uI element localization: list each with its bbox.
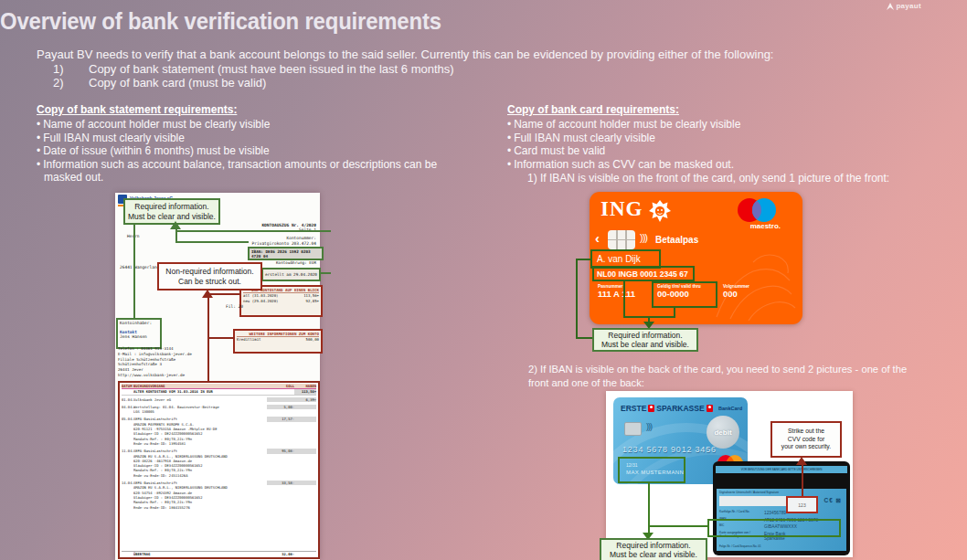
requirement-item: Name of account holder must be clearly v…	[507, 118, 946, 132]
callout-line: your own security.	[772, 443, 840, 451]
page-title: Overview of bank verification requiremen…	[0, 7, 441, 36]
statement-transaction-table: DATUM BUCHUNGSVORGANG SOLL HABEN ALTER K…	[118, 381, 320, 559]
card-requirements-heading: Copy of bank card requirements:	[507, 103, 946, 116]
erste-brand: ERSTE SPARKASSE	[621, 404, 713, 413]
contact-name: Jens Hansen	[120, 334, 158, 340]
arrow-up-icon	[796, 457, 807, 465]
statement-requirements-column: Copy of bank statement requirements: Nam…	[37, 103, 455, 185]
closing-text: ÜBERTRAG	[133, 552, 267, 556]
balance-value: 92,85+	[306, 299, 319, 303]
requirement-item: Name of account holder must be clearly v…	[37, 118, 455, 132]
opening-value: 113,56+	[294, 389, 316, 394]
table-row: Ende-zu-Ende-ID: 13954581	[122, 441, 316, 446]
ing-brand: ING	[600, 197, 643, 221]
sparkasse-logo-icon	[648, 405, 654, 412]
currency-line: Kontowährung: EUR	[276, 260, 316, 265]
field-value: 111 A 111	[598, 289, 635, 299]
back-iban-note-line2: front and one of the back:	[528, 376, 907, 390]
list-item-number: 1)	[53, 62, 89, 76]
holder-label: Kontoinhaber:	[120, 321, 158, 326]
row-value: 123456789	[764, 511, 786, 515]
contact-line: E-Mail : info@volksbank-jever.de	[118, 352, 192, 357]
ce-mark: C€ ⊠	[824, 497, 842, 504]
card-requirements-list: Name of account holder must be clearly v…	[507, 118, 946, 171]
account-info-box: WEITERE INFORMATIONEN ZUM KONTO Kreditli…	[233, 329, 323, 354]
requirement-item: Information such as CVV can be masked ou…	[507, 158, 946, 172]
sparkasse-logo-icon	[707, 405, 713, 412]
closing-value: 32,08-	[267, 552, 294, 556]
list-item-number: 2)	[53, 76, 89, 90]
balance-label: neu (29.04.2020)	[243, 299, 279, 303]
ing-lion-icon	[648, 199, 672, 223]
callout-line: Required information.	[594, 331, 696, 341]
callout-line: Can be struck out.	[159, 277, 260, 287]
iban-highlight-box: IBAN: DE86 2826 1592 0203 4720 04	[248, 247, 324, 260]
evidence-list: 1) Copy of bank statement (must have bee…	[53, 62, 454, 90]
row-label: Kartfolge-Nr. / Card-No.	[719, 511, 764, 515]
front-iban-note: 1) If IBAN is visible on the front of th…	[527, 172, 946, 185]
ing-card-front: ING maestro. ‹ ))) Betaalpas A. van Dijk…	[590, 192, 802, 324]
card-requirements-column: Copy of bank card requirements: Name of …	[507, 103, 946, 185]
col-buchung: BUCHUNGSVORGANG	[133, 384, 267, 388]
strike-cvv-callout: Strike out the CVV code for your own sec…	[770, 421, 842, 458]
callout-line: Must be clear and visible.	[601, 550, 706, 560]
statement-requirements-list: Name of account holder must be clearly v…	[37, 118, 455, 185]
contactless-icon: )))	[640, 232, 647, 243]
requirement-item: Full IBAN must clearly visible	[507, 132, 946, 145]
requirement-item: Information such as account balance, tra…	[37, 158, 455, 185]
signature-label: Digitalisierte Unterschrift / Autorised …	[719, 491, 779, 494]
table-row: Ende-zu-Ende-ID: 24511426A	[122, 473, 316, 478]
pasnummer-field: Pasnummer 111 A 111	[598, 284, 635, 299]
col-haben: HABEN	[294, 384, 316, 388]
card-footer-line: Folge-Nr. / Card-Sequence-No. 01	[719, 544, 761, 548]
callout-line: Non-required information.	[159, 267, 260, 277]
list-item: 2) Copy of bank card (must be valid)	[53, 76, 454, 90]
statement-requirements-heading: Copy of bank statement requirements:	[37, 103, 455, 116]
holder-highlight-box-front	[618, 457, 685, 483]
callout-line: Required information.	[125, 202, 218, 212]
intro-text: Payaut BV needs to verify that a bank ac…	[37, 48, 773, 61]
debit-logo: debit	[707, 416, 739, 449]
table-row: Ende-zu-Ende-ID: 1864155276	[122, 505, 316, 510]
requirement-item: Card must be valid	[507, 144, 946, 158]
statement-header-block: KONTOAUSZUG Nr. 4/2020 Seite 1 Kontonumm…	[252, 223, 316, 246]
chip-icon	[624, 422, 642, 436]
card-no-row: Kartfolge-Nr. / Card-No. 123456789	[719, 511, 845, 515]
maestro-logo-icon	[735, 197, 779, 223]
contactless-icon: )))	[646, 422, 652, 431]
col-datum: DATUM	[122, 384, 133, 388]
required-info-callout-ing: Required information. Must be clear and …	[592, 328, 698, 352]
product-name: Betaalpas	[655, 235, 698, 245]
bank-contact-block: Telefon : 04461 915-3144 E-Mail : info@v…	[118, 346, 192, 378]
iban-highlight-box-back	[707, 519, 841, 537]
account-value: Privatgirokonto 203.472.04	[252, 241, 316, 246]
requirement-item: Full IBAN must clearly visible	[37, 132, 455, 145]
back-iban-note-line1: 2) If IBAN is visible on the back of the…	[528, 363, 907, 376]
payaut-logo-text: payaut	[896, 2, 921, 10]
opening-balance-row: ALTER KONTOSTAND VOM 31.03.2016 IN EUR 1…	[122, 389, 316, 395]
callout-line: CVV code for	[772, 436, 840, 444]
account-holder-highlight-box: Kontoinhaber: Kontakt Jens Hansen	[116, 318, 162, 349]
callout-line: Must be clear and visible.	[125, 212, 218, 222]
callout-line: Must be clear and visible.	[594, 340, 696, 350]
cvv-highlight-box: 123	[786, 496, 818, 513]
arrow-up-icon	[202, 290, 213, 298]
issue-date-highlight-box: erstellt am 29.04.2020	[261, 268, 321, 281]
card-number: 1234 5678 9012 3456	[622, 445, 717, 454]
statement-table-body: 01.04.Volksbank Jever eG6,39+04.04.Werts…	[122, 397, 316, 512]
non-required-info-callout: Non-required information. Can be struck …	[157, 262, 262, 291]
callout-line: Strike out the	[772, 428, 840, 436]
back-iban-note: 2) If IBAN is visible on the back of the…	[528, 363, 907, 390]
ing-lion-watermark	[698, 244, 799, 322]
slide: payaut Overview of bank verification req…	[0, 0, 967, 560]
col-soll: SOLL	[267, 384, 294, 388]
table-row: LGS 130005	[122, 409, 316, 414]
info-value: 500,00	[306, 337, 319, 342]
maestro-wordmark: maestro.	[750, 222, 781, 230]
list-item: 1) Copy of bank statement (must have bee…	[53, 62, 454, 76]
signature-instruction-strip: VOR BENUTZUNG DER BANKCARD BITTE UNTERSC…	[716, 466, 847, 473]
card-type: BankCard	[718, 406, 742, 411]
info-label: Kreditlimit	[237, 337, 261, 342]
erste-wordmark: ERSTE	[621, 404, 646, 413]
callout-line: Required information.	[601, 541, 706, 551]
